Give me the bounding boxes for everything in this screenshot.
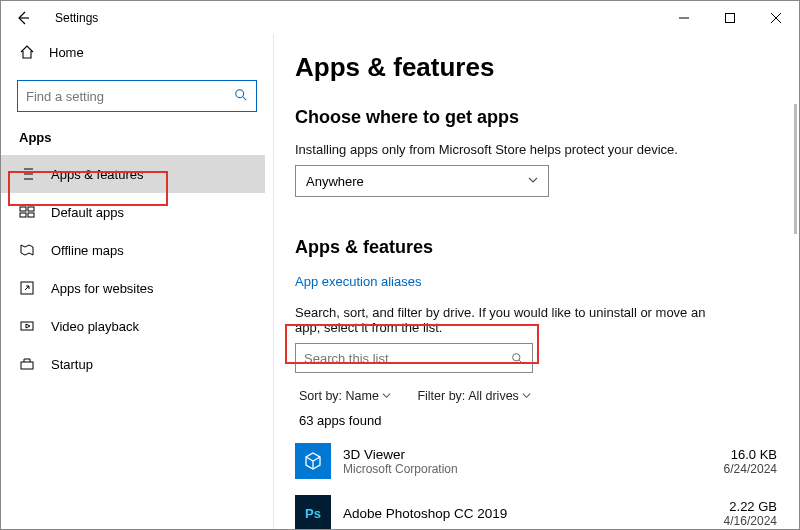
main-content: Apps & features Choose where to get apps… xyxy=(273,34,799,529)
sidebar-item-apps-websites[interactable]: Apps for websites xyxy=(1,269,265,307)
defaults-icon xyxy=(19,204,35,220)
sidebar-item-label: Offline maps xyxy=(51,243,124,258)
app-row[interactable]: 3D Viewer Microsoft Corporation 16.0 KB … xyxy=(295,438,777,484)
filter-label: Filter by: xyxy=(417,389,465,403)
window-title: Settings xyxy=(55,11,98,25)
svg-point-20 xyxy=(513,353,520,360)
chevron-down-icon xyxy=(522,391,531,400)
svg-rect-13 xyxy=(20,207,26,211)
search-icon xyxy=(511,352,524,365)
app-list-search[interactable]: Search this list xyxy=(295,343,533,373)
sidebar-item-apps-features[interactable]: Apps & features xyxy=(1,155,265,193)
sidebar-category: Apps xyxy=(19,130,265,145)
startup-icon xyxy=(19,356,35,372)
svg-rect-15 xyxy=(20,213,26,217)
sort-by[interactable]: Sort by: Name xyxy=(299,389,391,403)
list-icon xyxy=(19,166,35,182)
svg-rect-2 xyxy=(726,13,735,22)
minimize-button[interactable] xyxy=(661,3,707,33)
app-size: 16.0 KB xyxy=(724,447,777,462)
app-icon: Ps xyxy=(295,495,331,529)
list-desc: Search, sort, and filter by drive. If yo… xyxy=(295,305,715,335)
filter-value: All drives xyxy=(468,389,519,403)
svg-rect-19 xyxy=(21,362,33,369)
sidebar-item-label: Startup xyxy=(51,357,93,372)
panel-divider xyxy=(273,34,274,529)
svg-point-5 xyxy=(236,89,244,97)
sidebar-home-label: Home xyxy=(49,45,84,60)
home-icon xyxy=(19,44,35,60)
app-name: 3D Viewer xyxy=(343,447,458,462)
filter-by[interactable]: Filter by: All drives xyxy=(417,389,531,403)
app-date: 4/16/2024 xyxy=(724,514,777,528)
app-count: 63 apps found xyxy=(299,413,777,428)
list-heading: Apps & features xyxy=(295,237,777,258)
launch-icon xyxy=(19,280,35,296)
svg-rect-18 xyxy=(21,322,33,330)
search-icon xyxy=(234,88,248,105)
sidebar-item-label: Video playback xyxy=(51,319,139,334)
video-icon xyxy=(19,318,35,334)
sort-value: Name xyxy=(346,389,379,403)
sidebar-item-label: Apps for websites xyxy=(51,281,154,296)
vertical-scrollbar[interactable] xyxy=(791,34,797,527)
sidebar-item-label: Default apps xyxy=(51,205,124,220)
app-source-value: Anywhere xyxy=(306,174,364,189)
svg-line-21 xyxy=(519,360,522,363)
app-source-select[interactable]: Anywhere xyxy=(295,165,549,197)
sidebar-search[interactable] xyxy=(17,80,257,112)
app-date: 6/24/2024 xyxy=(724,462,777,476)
sidebar: Home Apps Apps & features Default apps O… xyxy=(1,34,273,529)
sidebar-item-offline-maps[interactable]: Offline maps xyxy=(1,231,265,269)
chevron-down-icon xyxy=(528,175,538,187)
alias-link[interactable]: App execution aliases xyxy=(295,274,421,289)
sidebar-item-default-apps[interactable]: Default apps xyxy=(1,193,265,231)
svg-rect-16 xyxy=(28,213,34,217)
svg-rect-14 xyxy=(28,207,34,211)
app-icon xyxy=(295,443,331,479)
app-list-search-placeholder: Search this list xyxy=(304,351,389,366)
choose-desc: Installing apps only from Microsoft Stor… xyxy=(295,142,777,157)
sidebar-item-video-playback[interactable]: Video playback xyxy=(1,307,265,345)
sidebar-search-input[interactable] xyxy=(26,89,234,104)
sidebar-item-startup[interactable]: Startup xyxy=(1,345,265,383)
sidebar-item-label: Apps & features xyxy=(51,167,144,182)
page-title: Apps & features xyxy=(295,52,777,83)
sort-label: Sort by: xyxy=(299,389,342,403)
app-name: Adobe Photoshop CC 2019 xyxy=(343,506,507,521)
map-icon xyxy=(19,242,35,258)
app-publisher: Microsoft Corporation xyxy=(343,462,458,476)
app-row[interactable]: Ps Adobe Photoshop CC 2019 2.22 GB 4/16/… xyxy=(295,490,777,529)
choose-heading: Choose where to get apps xyxy=(295,107,777,128)
maximize-button[interactable] xyxy=(707,3,753,33)
app-size: 2.22 GB xyxy=(724,499,777,514)
back-button[interactable] xyxy=(9,4,37,32)
sidebar-home[interactable]: Home xyxy=(1,34,265,70)
scrollbar-thumb[interactable] xyxy=(794,104,797,234)
chevron-down-icon xyxy=(382,391,391,400)
svg-line-6 xyxy=(243,96,247,100)
close-button[interactable] xyxy=(753,3,799,33)
